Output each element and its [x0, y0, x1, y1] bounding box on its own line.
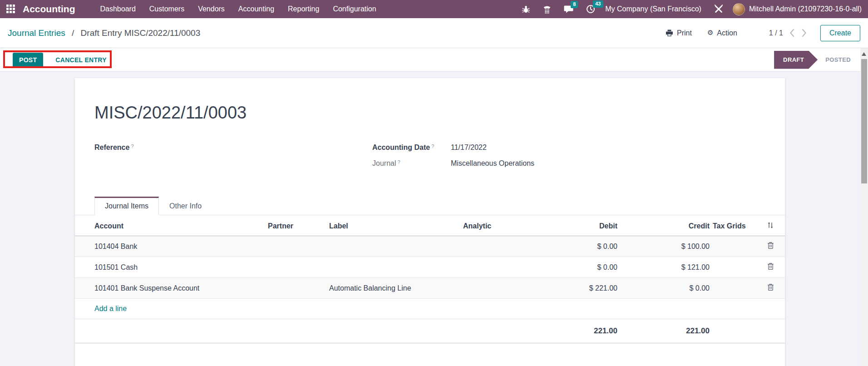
entry-name-title[interactable]: MISC/2022/11/0003 [75, 78, 785, 123]
menu-reporting[interactable]: Reporting [281, 1, 326, 17]
notebook-tabs: Journal Items Other Info [75, 197, 785, 215]
post-button[interactable]: POST [13, 53, 43, 67]
main-menu: Dashboard Customers Vendors Accounting R… [94, 1, 383, 17]
apps-grid-icon[interactable] [6, 5, 16, 14]
user-avatar[interactable] [733, 3, 745, 15]
scrollbar-thumb[interactable] [861, 59, 867, 183]
column-analytic[interactable]: Analytic [463, 215, 567, 236]
cell-label[interactable] [329, 257, 463, 278]
cell-label[interactable] [329, 236, 463, 257]
navbar-systray: 8 43 My Company (San Francisco) Mitchell… [509, 3, 862, 15]
tab-journal-items[interactable]: Journal Items [94, 197, 159, 215]
cell-account[interactable]: 101501 Cash [75, 257, 268, 278]
delete-row-button[interactable] [756, 278, 785, 299]
reference-help-mark: ? [131, 143, 133, 149]
cell-partner[interactable] [268, 257, 329, 278]
gear-icon: ⚙ [707, 30, 713, 36]
print-button[interactable]: Print [666, 29, 692, 37]
odoo-accounting-screen: Accounting Dashboard Customers Vendors A… [0, 0, 868, 366]
menu-accounting[interactable]: Accounting [232, 1, 281, 17]
accounting-date-help-mark: ? [431, 143, 434, 149]
add-a-line-link[interactable]: Add a line [94, 305, 127, 312]
messages-icon[interactable]: 8 [564, 5, 574, 14]
column-debit[interactable]: Debit [567, 215, 617, 236]
cell-credit[interactable]: $ 0.00 [617, 278, 710, 299]
cell-analytic[interactable] [463, 257, 567, 278]
reference-label: Reference? [94, 143, 134, 152]
user-menu[interactable]: Mitchell Admin (21097230-16-0-all) [749, 5, 862, 13]
journal-value[interactable]: Miscellaneous Operations [451, 159, 765, 168]
journal-help-mark: ? [397, 159, 400, 165]
control-panel-actions: Print ⚙ Action 1 / 1 Create [650, 25, 860, 41]
column-account[interactable]: Account [75, 215, 268, 236]
cell-analytic[interactable] [463, 278, 567, 299]
cell-account[interactable]: 101401 Bank Suspense Account [75, 278, 268, 299]
journal-items-table: Account Partner Label Analytic Debit Cre… [75, 215, 785, 343]
scrollbar-up-arrow-icon[interactable] [862, 52, 866, 56]
status-posted[interactable]: POSTED [825, 56, 851, 63]
column-tax-grids[interactable]: Tax Grids [710, 215, 756, 236]
printer-icon [666, 30, 673, 37]
phone-icon[interactable] [542, 5, 552, 14]
column-label[interactable]: Label [329, 215, 463, 236]
delete-row-button[interactable] [756, 257, 785, 278]
activity-clock-icon[interactable]: 43 [586, 5, 595, 14]
table-row[interactable]: 101401 Bank Suspense Account Automatic B… [75, 278, 785, 299]
tools-icon[interactable] [714, 4, 724, 14]
company-switcher[interactable]: My Company (San Francisco) [605, 5, 701, 13]
table-row[interactable]: 101501 Cash $ 0.00 $ 121.00 [75, 257, 785, 278]
pager-next-icon[interactable] [801, 29, 807, 37]
control-panel: Journal Entries / Draft Entry MISC/2022/… [0, 18, 868, 48]
tab-other-info[interactable]: Other Info [159, 197, 212, 215]
menu-customers[interactable]: Customers [143, 1, 191, 17]
add-line-row: Add a line [75, 299, 785, 319]
toggle-columns-icon[interactable] [767, 222, 774, 229]
column-credit[interactable]: Credit [617, 215, 710, 236]
field-group: Reference? Accounting Date? 11/17/2022 J… [75, 123, 785, 168]
cell-credit[interactable]: $ 121.00 [617, 257, 710, 278]
pager[interactable]: 1 / 1 [769, 29, 783, 37]
total-debit: 221.00 [567, 319, 617, 343]
menu-dashboard[interactable]: Dashboard [94, 1, 143, 17]
cell-partner[interactable] [268, 278, 329, 299]
top-navbar: Accounting Dashboard Customers Vendors A… [0, 0, 868, 18]
app-name[interactable]: Accounting [23, 4, 75, 15]
print-label: Print [677, 29, 692, 37]
reference-input[interactable] [143, 143, 373, 153]
cell-analytic[interactable] [463, 236, 567, 257]
menu-vendors[interactable]: Vendors [191, 1, 232, 17]
cell-tax-grids[interactable] [710, 236, 756, 257]
table-header-row: Account Partner Label Analytic Debit Cre… [75, 215, 785, 236]
action-button[interactable]: ⚙ Action [707, 29, 737, 37]
messages-badge: 8 [571, 1, 578, 8]
cell-credit[interactable]: $ 100.00 [617, 236, 710, 257]
cell-tax-grids[interactable] [710, 257, 756, 278]
cell-account[interactable]: 101404 Bank [75, 236, 268, 257]
breadcrumb: Journal Entries / Draft Entry MISC/2022/… [8, 28, 200, 38]
cancel-entry-button[interactable]: CANCEL ENTRY [55, 56, 107, 64]
pager-previous-icon[interactable] [789, 29, 795, 37]
menu-configuration[interactable]: Configuration [326, 1, 383, 17]
cell-debit[interactable]: $ 0.00 [567, 257, 617, 278]
delete-row-button[interactable] [756, 236, 785, 257]
table-row[interactable]: 101404 Bank $ 0.00 $ 100.00 [75, 236, 785, 257]
vertical-scrollbar[interactable] [860, 48, 868, 366]
totals-row: 221.00 221.00 [75, 319, 785, 343]
accounting-date-value[interactable]: 11/17/2022 [451, 143, 765, 152]
journal-label: Journal? [372, 159, 451, 168]
cell-debit[interactable]: $ 0.00 [567, 236, 617, 257]
breadcrumb-journal-entries[interactable]: Journal Entries [8, 28, 65, 38]
column-partner[interactable]: Partner [268, 215, 329, 236]
status-draft-badge[interactable]: DRAFT [774, 51, 818, 69]
accounting-date-label: Accounting Date? [372, 143, 451, 152]
trash-icon [767, 283, 774, 291]
cell-label[interactable]: Automatic Balancing Line [329, 278, 463, 299]
bug-icon[interactable] [522, 5, 530, 14]
field-column-right: Accounting Date? 11/17/2022 Journal? Mis… [372, 143, 765, 168]
cell-tax-grids[interactable] [710, 278, 756, 299]
cell-partner[interactable] [268, 236, 329, 257]
create-button[interactable]: Create [820, 25, 860, 41]
cell-debit[interactable]: $ 221.00 [567, 278, 617, 299]
field-reference: Reference? [94, 143, 372, 168]
activity-badge: 43 [593, 0, 603, 8]
